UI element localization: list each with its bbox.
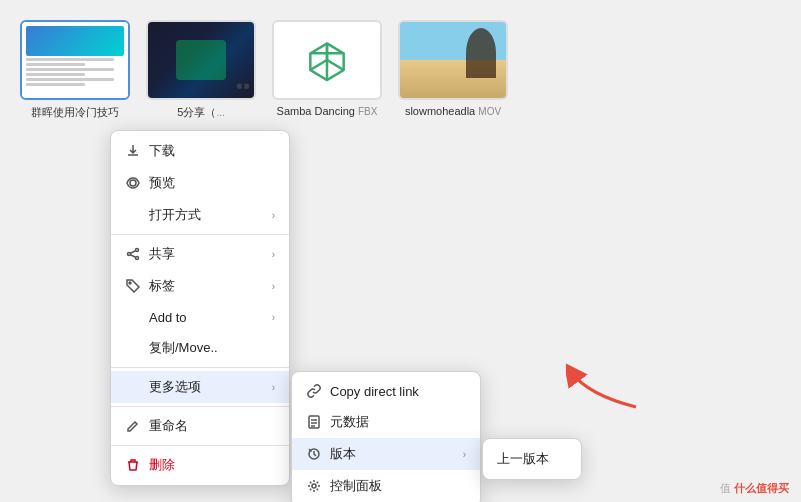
menu-item-preview[interactable]: 预览: [111, 167, 289, 199]
menu-label-delete: 删除: [149, 456, 175, 474]
tag-arrow-icon: ›: [272, 281, 275, 292]
menu-item-openwith[interactable]: 打开方式 ›: [111, 199, 289, 231]
submenu-item-controlpanel[interactable]: 控制面板: [292, 470, 480, 502]
copymove-icon: [125, 340, 141, 356]
menu-label-preview: 预览: [149, 174, 175, 192]
openwith-arrow-icon: ›: [272, 210, 275, 221]
versions-icon: [306, 446, 322, 462]
copylink-icon: [306, 383, 322, 399]
file-item-mov[interactable]: slowmoheadla MOV: [398, 20, 508, 117]
file-thumbnail-article: [20, 20, 130, 100]
svg-point-3: [136, 257, 139, 260]
more-options-arrow-icon: ›: [272, 382, 275, 393]
more-options-icon: [125, 379, 141, 395]
menu-item-share[interactable]: 共享 ›: [111, 238, 289, 270]
submenu2-item-prevversion[interactable]: 上一版本: [483, 443, 581, 475]
menu-label-download: 下载: [149, 142, 175, 160]
submenu-label-controlpanel: 控制面板: [330, 477, 382, 495]
submenu-label-copylink: Copy direct link: [330, 384, 419, 399]
submenu-item-copylink[interactable]: Copy direct link: [292, 376, 480, 406]
submenu2-label-prevversion: 上一版本: [497, 450, 549, 468]
menu-label-tag: 标签: [149, 277, 175, 295]
link-icon: [236, 80, 250, 94]
separator-2: [111, 367, 289, 368]
tag-icon: [125, 278, 141, 294]
watermark: 值 什么值得买: [720, 481, 789, 496]
menu-label-addto: Add to: [149, 310, 187, 325]
submenu-label-metadata: 元数据: [330, 413, 369, 431]
share-icon: [125, 246, 141, 262]
file-item-article[interactable]: 群晖使用冷门技巧: [20, 20, 130, 120]
file-item-fbx[interactable]: Samba Dancing FBX: [272, 20, 382, 117]
svg-point-0: [130, 180, 136, 186]
svg-point-7: [312, 484, 316, 488]
svg-point-2: [128, 253, 131, 256]
submenu-label-versions: 版本: [330, 445, 356, 463]
svg-point-4: [129, 282, 131, 284]
menu-item-tag[interactable]: 标签 ›: [111, 270, 289, 302]
menu-label-more-options: 更多选项: [149, 378, 201, 396]
separator-1: [111, 234, 289, 235]
red-arrow-indicator: [566, 362, 646, 412]
submenu-item-versions[interactable]: 版本 › 上一版本: [292, 438, 480, 470]
openwith-icon: [125, 207, 141, 223]
file-label-fbx: Samba Dancing FBX: [277, 105, 378, 117]
context-menu: 下载 预览 打开方式 › 共享 ›: [110, 130, 290, 486]
separator-4: [111, 445, 289, 446]
versions-arrow-icon: ›: [463, 449, 466, 460]
watermark-site: 什么值得买: [734, 482, 789, 494]
addto-icon: [125, 309, 141, 325]
file-thumbnail-fbx: [272, 20, 382, 100]
separator-3: [111, 406, 289, 407]
file-thumbnail-green: [146, 20, 256, 100]
menu-item-delete[interactable]: 删除: [111, 449, 289, 481]
menu-label-copymove: 复制/Move..: [149, 339, 218, 357]
menu-label-openwith: 打开方式: [149, 206, 201, 224]
file-label-article: 群晖使用冷门技巧: [31, 105, 119, 120]
submenu-item-metadata[interactable]: 元数据: [292, 406, 480, 438]
menu-label-share: 共享: [149, 245, 175, 263]
file-label-green: 5分享（...: [177, 105, 224, 120]
menu-item-addto[interactable]: Add to ›: [111, 302, 289, 332]
file-thumbnail-mov: [398, 20, 508, 100]
menu-item-download[interactable]: 下载: [111, 135, 289, 167]
submenu-more-options: Copy direct link 元数据: [291, 371, 481, 502]
delete-icon: [125, 457, 141, 473]
file-item-green[interactable]: 5分享（...: [146, 20, 256, 120]
submenu2-versions: 上一版本: [482, 438, 582, 480]
box-svg-icon: [302, 35, 352, 85]
svg-point-1: [136, 249, 139, 252]
controlpanel-icon: [306, 478, 322, 494]
metadata-icon: [306, 414, 322, 430]
menu-item-copymove[interactable]: 复制/Move..: [111, 332, 289, 364]
menu-label-rename: 重命名: [149, 417, 188, 435]
preview-icon: [125, 175, 141, 191]
file-label-mov: slowmoheadla MOV: [405, 105, 501, 117]
menu-item-more-options[interactable]: 更多选项 › Copy direct link: [111, 371, 289, 403]
file-grid: 群晖使用冷门技巧 5分享（...: [0, 0, 801, 140]
menu-item-rename[interactable]: 重命名: [111, 410, 289, 442]
download-icon: [125, 143, 141, 159]
addto-arrow-icon: ›: [272, 312, 275, 323]
share-arrow-icon: ›: [272, 249, 275, 260]
rename-icon: [125, 418, 141, 434]
